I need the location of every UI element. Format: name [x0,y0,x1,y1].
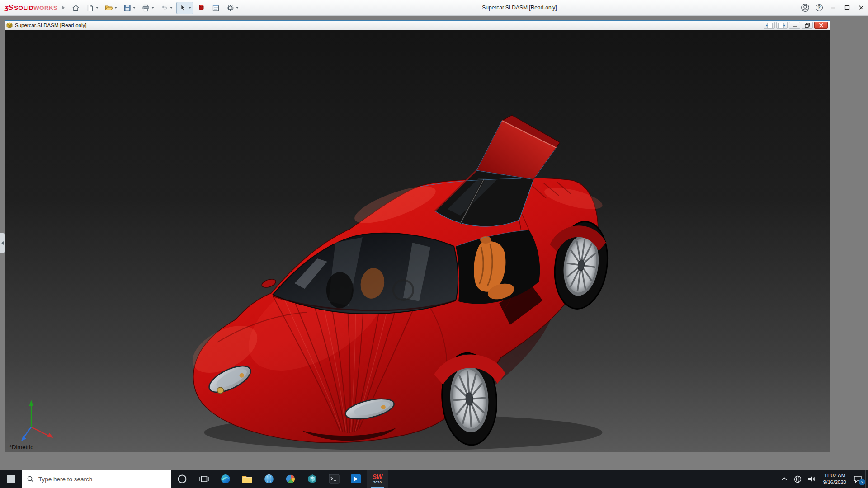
edge-icon [220,474,231,484]
task-view-icon [199,475,209,483]
dropdown-caret-icon[interactable] [189,7,191,9]
viewer-3d-app-button[interactable] [302,470,323,488]
record-macro-icon [197,4,206,12]
search-input[interactable] [38,475,166,483]
logo-works-text: WORKS [33,5,57,11]
restore-icon [805,23,810,28]
pane-left-icon [765,23,773,28]
file-explorer-icon [242,474,253,483]
minimize-icon [792,23,797,28]
app-titlebar: ʒS SOLID WORKS [0,0,868,16]
solidworks-mark: SW [373,474,383,480]
logo-solid-text: SOLID [14,5,33,11]
speaker-icon [808,476,816,482]
media-app-icon [350,474,361,484]
task-view-button[interactable] [193,470,215,488]
dropdown-caret-icon[interactable] [236,7,239,9]
terminal-app-button[interactable] [323,470,345,488]
pane-right-icon [778,23,786,28]
windows-logo-icon [7,475,15,483]
document-window: Supercar.SLDASM [Read-only] [5,20,830,452]
account-button[interactable] [798,0,812,15]
options-gear-icon [226,4,235,12]
supercar-3d-model[interactable] [5,30,830,452]
cortana-icon [177,474,187,484]
home-button[interactable] [69,2,82,14]
help-icon: ? [816,4,823,11]
media-app-button[interactable] [345,470,367,488]
minimize-icon [830,5,836,10]
dropdown-caret-icon[interactable] [96,7,99,9]
design-report-icon [212,4,220,12]
windows-taskbar: SW 2020 11:02 AM 9/16/2020 2 [0,470,868,488]
dropdown-caret-icon[interactable] [151,7,154,9]
close-button[interactable] [854,0,868,15]
print-button[interactable] [139,2,156,14]
task-pane-collapsed-tab[interactable] [0,233,5,253]
tray-overflow-button[interactable] [778,470,791,488]
taskbar-search[interactable] [22,470,171,488]
cortana-button[interactable] [171,470,193,488]
document-restore-button[interactable] [802,22,813,29]
options-button[interactable] [224,2,241,14]
quick-access-toolbar [69,2,241,14]
undo-button[interactable] [158,2,175,14]
menu-flyout-arrow-icon[interactable] [62,5,65,10]
window-title: Supercar.SLDASM [Read-only] [429,0,610,16]
save-icon [123,4,132,12]
close-icon [819,23,824,28]
volume-button[interactable] [805,470,819,488]
dropdown-caret-icon[interactable] [133,7,136,9]
previous-pane-button[interactable] [764,22,775,29]
globe-app-icon [264,474,274,484]
action-center-button[interactable]: 2 [850,470,865,488]
notification-badge: 2 [859,479,865,485]
view-orientation-label: *Dimetric [9,444,33,450]
document-close-button[interactable] [814,22,828,29]
maximize-button[interactable] [840,0,854,15]
taskbar-clock[interactable]: 11:02 AM 9/16/2020 [819,472,850,486]
home-icon [71,4,80,12]
solidworks-taskbar-button[interactable]: SW 2020 [367,470,388,488]
open-button[interactable] [102,2,119,14]
maximize-icon [844,5,850,10]
dropdown-caret-icon[interactable] [114,7,117,9]
new-document-button[interactable] [84,2,101,14]
file-explorer-button[interactable] [236,470,258,488]
select-button[interactable] [176,2,193,14]
show-desktop-button[interactable] [865,470,868,488]
help-button[interactable]: ? [812,0,826,15]
network-globe-icon [794,475,802,483]
logo-mark-icon: ʒS [5,3,13,12]
close-icon [859,5,864,10]
document-minimize-button[interactable] [789,22,800,29]
print-icon [142,4,150,12]
search-icon [27,476,33,483]
system-tray: 11:02 AM 9/16/2020 2 [778,470,868,488]
save-button[interactable] [121,2,138,14]
next-pane-button[interactable] [776,22,788,29]
terminal-app-icon [329,474,340,484]
edge-button[interactable] [215,470,236,488]
clock-time: 11:02 AM [823,472,846,479]
titlebar-controls: ? [798,0,868,15]
graphics-viewport[interactable]: *Dimetric [5,30,830,452]
record-macro-button[interactable] [195,2,208,14]
open-folder-icon [104,4,113,12]
minimize-button[interactable] [826,0,840,15]
viewer-3d-icon [307,474,318,484]
network-button[interactable] [791,470,805,488]
document-title: Supercar.SLDASM [Read-only] [15,23,87,28]
design-report-button[interactable] [209,2,222,14]
undo-icon [160,4,169,12]
photos-app-icon [285,474,296,484]
clock-date: 9/16/2020 [823,479,846,486]
photos-app-button[interactable] [280,470,302,488]
document-titlebar[interactable]: Supercar.SLDASM [Read-only] [5,21,830,30]
new-document-icon [86,4,94,12]
globe-app-button[interactable] [258,470,280,488]
select-cursor-icon [179,4,187,12]
start-button[interactable] [0,470,22,488]
dropdown-caret-icon[interactable] [170,7,173,9]
chevron-up-icon [781,477,788,481]
